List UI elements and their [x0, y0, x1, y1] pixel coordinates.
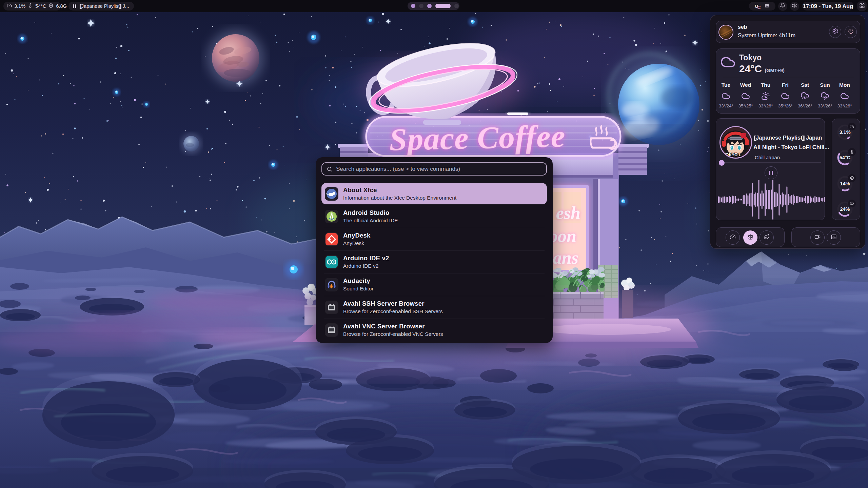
svg-text:esh: esh — [556, 203, 580, 223]
svg-text:oon: oon — [549, 226, 576, 246]
svg-text:TOKYO L: TOKYO L — [723, 152, 741, 157]
svg-text:Space Coffee: Space Coffee — [389, 118, 566, 157]
svg-text:ans: ans — [553, 248, 578, 267]
